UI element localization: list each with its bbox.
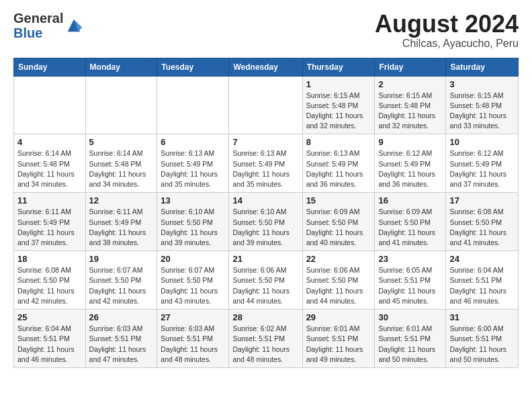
day-number: 23 [378,254,442,264]
day-number: 21 [232,254,298,264]
col-friday: Friday [375,58,446,76]
day-number: 1 [306,79,371,89]
day-info: Sunrise: 6:10 AMSunset: 5:50 PMDaylight:… [232,207,298,248]
table-row: 4Sunrise: 6:14 AMSunset: 5:48 PMDaylight… [14,134,86,193]
day-info: Sunrise: 6:09 AMSunset: 5:50 PMDaylight:… [378,207,442,248]
table-row [85,76,157,134]
col-tuesday: Tuesday [157,58,229,76]
table-row: 9Sunrise: 6:12 AMSunset: 5:49 PMDaylight… [375,134,446,193]
day-number: 30 [378,312,442,322]
day-info: Sunrise: 6:13 AMSunset: 5:49 PMDaylight:… [306,148,371,189]
day-number: 28 [232,312,298,322]
table-row [14,76,86,134]
table-row: 23Sunrise: 6:05 AMSunset: 5:51 PMDayligh… [375,251,446,310]
table-row: 18Sunrise: 6:08 AMSunset: 5:50 PMDayligh… [14,251,86,310]
day-number: 9 [378,137,442,147]
table-row: 25Sunrise: 6:04 AMSunset: 5:51 PMDayligh… [14,310,86,368]
table-row: 8Sunrise: 6:13 AMSunset: 5:49 PMDaylight… [302,134,375,193]
day-info: Sunrise: 6:06 AMSunset: 5:50 PMDaylight:… [306,265,371,306]
calendar-week-row: 1Sunrise: 6:15 AMSunset: 5:48 PMDaylight… [14,76,519,134]
table-row: 28Sunrise: 6:02 AMSunset: 5:51 PMDayligh… [229,310,302,368]
day-info: Sunrise: 6:01 AMSunset: 5:51 PMDaylight:… [378,324,442,365]
table-row: 31Sunrise: 6:00 AMSunset: 5:51 PMDayligh… [446,310,519,368]
calendar-week-row: 4Sunrise: 6:14 AMSunset: 5:48 PMDaylight… [14,134,519,193]
table-row: 27Sunrise: 6:03 AMSunset: 5:51 PMDayligh… [157,310,229,368]
day-info: Sunrise: 6:04 AMSunset: 5:51 PMDaylight:… [17,324,82,365]
day-number: 17 [449,195,515,205]
day-info: Sunrise: 6:00 AMSunset: 5:51 PMDaylight:… [449,324,515,365]
day-number: 16 [378,195,442,205]
table-row: 2Sunrise: 6:15 AMSunset: 5:48 PMDaylight… [375,76,446,134]
page: General Blue August 2024 Chilcas, Ayacuc… [0,0,532,379]
day-info: Sunrise: 6:14 AMSunset: 5:48 PMDaylight:… [17,148,82,189]
day-info: Sunrise: 6:11 AMSunset: 5:49 PMDaylight:… [89,207,154,248]
day-number: 10 [449,137,515,147]
title-block: August 2024 Chilcas, Ayacucho, Peru [375,11,519,50]
table-row: 30Sunrise: 6:01 AMSunset: 5:51 PMDayligh… [375,310,446,368]
table-row: 16Sunrise: 6:09 AMSunset: 5:50 PMDayligh… [375,193,446,251]
table-row: 5Sunrise: 6:14 AMSunset: 5:48 PMDaylight… [85,134,157,193]
logo-icon [64,16,83,35]
table-row: 19Sunrise: 6:07 AMSunset: 5:50 PMDayligh… [85,251,157,310]
day-number: 12 [89,195,154,205]
day-number: 24 [449,254,515,264]
col-wednesday: Wednesday [229,58,302,76]
calendar-title: August 2024 [375,11,519,38]
logo-text: General Blue [13,11,63,40]
table-row: 12Sunrise: 6:11 AMSunset: 5:49 PMDayligh… [85,193,157,251]
day-number: 2 [378,79,442,89]
table-row [229,76,302,134]
calendar-subtitle: Chilcas, Ayacucho, Peru [375,38,519,50]
day-info: Sunrise: 6:07 AMSunset: 5:50 PMDaylight:… [161,265,225,306]
day-number: 29 [306,312,371,322]
table-row: 10Sunrise: 6:12 AMSunset: 5:49 PMDayligh… [446,134,519,193]
day-number: 26 [89,312,154,322]
table-row: 20Sunrise: 6:07 AMSunset: 5:50 PMDayligh… [157,251,229,310]
day-info: Sunrise: 6:14 AMSunset: 5:48 PMDaylight:… [89,148,154,189]
day-number: 4 [17,137,82,147]
day-number: 5 [89,137,154,147]
table-row: 6Sunrise: 6:13 AMSunset: 5:49 PMDaylight… [157,134,229,193]
calendar-table: Sunday Monday Tuesday Wednesday Thursday… [13,58,519,368]
table-row: 29Sunrise: 6:01 AMSunset: 5:51 PMDayligh… [302,310,375,368]
day-number: 13 [161,195,225,205]
day-number: 18 [17,254,82,264]
col-monday: Monday [85,58,157,76]
day-number: 22 [306,254,371,264]
day-number: 6 [161,137,225,147]
day-info: Sunrise: 6:04 AMSunset: 5:51 PMDaylight:… [449,265,515,306]
day-number: 7 [232,137,298,147]
day-number: 27 [161,312,225,322]
day-info: Sunrise: 6:15 AMSunset: 5:48 PMDaylight:… [306,91,371,132]
day-info: Sunrise: 6:12 AMSunset: 5:49 PMDaylight:… [449,148,515,189]
day-info: Sunrise: 6:12 AMSunset: 5:49 PMDaylight:… [378,148,442,189]
day-info: Sunrise: 6:08 AMSunset: 5:50 PMDaylight:… [17,265,82,306]
table-row: 17Sunrise: 6:08 AMSunset: 5:50 PMDayligh… [446,193,519,251]
calendar-week-row: 11Sunrise: 6:11 AMSunset: 5:49 PMDayligh… [14,193,519,251]
day-number: 20 [161,254,225,264]
logo: General Blue [13,11,83,40]
day-info: Sunrise: 6:07 AMSunset: 5:50 PMDaylight:… [89,265,154,306]
day-number: 19 [89,254,154,264]
table-row: 21Sunrise: 6:06 AMSunset: 5:50 PMDayligh… [229,251,302,310]
col-thursday: Thursday [302,58,375,76]
calendar-week-row: 25Sunrise: 6:04 AMSunset: 5:51 PMDayligh… [14,310,519,368]
table-row: 3Sunrise: 6:15 AMSunset: 5:48 PMDaylight… [446,76,519,134]
day-number: 15 [306,195,371,205]
table-row: 26Sunrise: 6:03 AMSunset: 5:51 PMDayligh… [85,310,157,368]
table-row: 13Sunrise: 6:10 AMSunset: 5:50 PMDayligh… [157,193,229,251]
day-info: Sunrise: 6:15 AMSunset: 5:48 PMDaylight:… [449,91,515,132]
calendar-week-row: 18Sunrise: 6:08 AMSunset: 5:50 PMDayligh… [14,251,519,310]
day-info: Sunrise: 6:01 AMSunset: 5:51 PMDaylight:… [306,324,371,365]
day-info: Sunrise: 6:10 AMSunset: 5:50 PMDaylight:… [161,207,225,248]
day-info: Sunrise: 6:08 AMSunset: 5:50 PMDaylight:… [449,207,515,248]
table-row: 22Sunrise: 6:06 AMSunset: 5:50 PMDayligh… [302,251,375,310]
day-info: Sunrise: 6:05 AMSunset: 5:51 PMDaylight:… [378,265,442,306]
table-row: 11Sunrise: 6:11 AMSunset: 5:49 PMDayligh… [14,193,86,251]
day-info: Sunrise: 6:03 AMSunset: 5:51 PMDaylight:… [89,324,154,365]
day-number: 8 [306,137,371,147]
table-row [157,76,229,134]
day-number: 31 [449,312,515,322]
header: General Blue August 2024 Chilcas, Ayacuc… [13,11,519,50]
table-row: 1Sunrise: 6:15 AMSunset: 5:48 PMDaylight… [302,76,375,134]
